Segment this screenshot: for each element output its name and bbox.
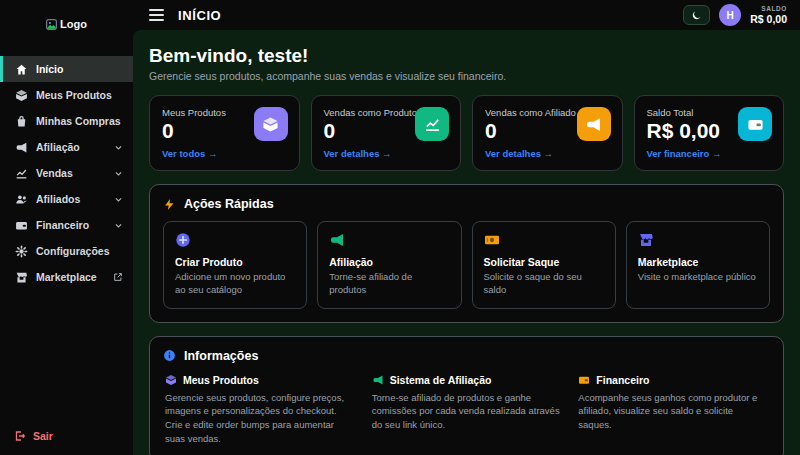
saldo-value: R$ 0,00 — [750, 13, 787, 25]
action-desc: Solicite o saque do seu saldo — [484, 271, 604, 297]
storefront-icon — [15, 271, 28, 284]
sidebar-item-inicio[interactable]: Início — [0, 56, 133, 82]
sidebar-item-configuracoes[interactable]: Configurações — [0, 238, 133, 264]
avatar[interactable]: H — [719, 4, 741, 26]
package-icon — [254, 107, 288, 141]
page-title: INÍCIO — [178, 8, 221, 23]
chevron-down-icon — [114, 169, 123, 178]
chevron-down-icon — [114, 195, 123, 204]
chevron-down-icon — [114, 221, 123, 230]
sidebar-item-marketplace[interactable]: Marketplace — [0, 264, 133, 290]
chevron-down-icon — [114, 143, 123, 152]
sidebar-item-label: Início — [36, 63, 63, 75]
info-header: Informações — [163, 349, 770, 363]
logout-button[interactable]: Sair — [0, 430, 133, 455]
info-grid: Meus Produtos Gerencie seus produtos, co… — [163, 373, 770, 448]
stats-row: Meus Produtos 0 Ver todos → Vendas como … — [149, 95, 784, 171]
stat-card-vendas-afiliado: Vendas como Afiliado 0 Ver detalhes → — [472, 95, 623, 171]
external-link-icon — [113, 272, 123, 282]
wallet-icon — [738, 107, 772, 141]
top-bar: INÍCIO H SALDO R$ 0,00 — [133, 0, 800, 30]
megaphone-icon — [372, 374, 384, 386]
megaphone-icon — [15, 141, 28, 154]
info-item-desc: Torne-se afiliado de produtos e ganhe co… — [372, 391, 562, 432]
info-item-desc: Gerencie seus produtos, configure preços… — [165, 391, 355, 446]
sidebar-item-financeiro[interactable]: Financeiro — [0, 212, 133, 238]
info-panel: Informações Meus Produtos Gerencie seus … — [149, 336, 784, 455]
action-title: Marketplace — [638, 256, 758, 268]
action-title: Criar Produto — [175, 256, 295, 268]
sidebar-item-afiliacao[interactable]: Afiliação — [0, 134, 133, 160]
broken-image-icon — [46, 19, 57, 30]
header-actions: H SALDO R$ 0,00 — [683, 4, 787, 26]
info-item-title: Sistema de Afiliação — [390, 374, 492, 386]
chart-line-icon — [15, 167, 28, 180]
wallet-icon — [578, 374, 590, 386]
sidebar-item-afiliados[interactable]: Afiliados — [0, 186, 133, 212]
home-icon — [15, 63, 28, 76]
info-financeiro: Financeiro Acompanhe seus ganhos como pr… — [578, 374, 768, 446]
logo-text: Logo — [60, 18, 87, 30]
package-icon — [15, 89, 28, 102]
stat-card-meus-produtos: Meus Produtos 0 Ver todos → — [149, 95, 300, 171]
ver-financeiro-link[interactable]: Ver financeiro → — [647, 148, 722, 159]
action-desc: Torne-se afiliado de produtos — [329, 271, 449, 297]
quick-actions-header: Ações Rápidas — [163, 197, 770, 211]
sidebar-nav: Início Meus Produtos Minhas Compras Afil… — [0, 56, 133, 430]
info-sistema-afiliacao: Sistema de Afiliação Torne-se afiliado d… — [372, 374, 562, 446]
moon-icon — [691, 10, 702, 21]
quick-actions-panel: Ações Rápidas Criar Produto Adicione um … — [149, 184, 784, 323]
sidebar-item-label: Minhas Compras — [36, 115, 121, 127]
stat-card-saldo-total: Saldo Total R$ 0,00 Ver financeiro → — [634, 95, 785, 171]
info-meus-produtos: Meus Produtos Gerencie seus produtos, co… — [165, 374, 355, 446]
action-marketplace[interactable]: Marketplace Visite o marketplace público — [626, 221, 770, 309]
action-desc: Visite o marketplace público — [638, 271, 758, 284]
logout-label: Sair — [33, 430, 53, 442]
sidebar-item-label: Afiliados — [36, 193, 80, 205]
ver-todos-link[interactable]: Ver todos → — [162, 148, 217, 159]
storefront-icon — [638, 232, 654, 248]
saldo-display: SALDO R$ 0,00 — [750, 5, 787, 25]
users-icon — [15, 193, 28, 206]
sidebar-item-label: Meus Produtos — [36, 89, 112, 101]
sidebar-item-label: Configurações — [36, 245, 110, 257]
sidebar-item-label: Financeiro — [36, 219, 89, 231]
lightning-icon — [163, 198, 176, 211]
sidebar-item-meus-produtos[interactable]: Meus Produtos — [0, 82, 133, 108]
sidebar-item-vendas[interactable]: Vendas — [0, 160, 133, 186]
welcome-title: Bem-vindo, teste! — [149, 45, 784, 67]
action-criar-produto[interactable]: Criar Produto Adicione um novo produto a… — [163, 221, 307, 309]
megaphone-icon — [329, 232, 345, 248]
action-title: Solicitar Saque — [484, 256, 604, 268]
sidebar-item-label: Vendas — [36, 167, 73, 179]
theme-toggle-button[interactable] — [683, 5, 710, 25]
info-item-desc: Acompanhe seus ganhos como produtor e af… — [578, 391, 768, 432]
action-solicitar-saque[interactable]: Solicitar Saque Solicite o saque do seu … — [472, 221, 616, 309]
info-title: Informações — [184, 349, 258, 363]
welcome-subtitle: Gerencie seus produtos, acompanhe suas v… — [149, 70, 784, 82]
chart-line-icon — [415, 107, 449, 141]
banknote-icon — [484, 232, 500, 248]
megaphone-icon — [577, 107, 611, 141]
sidebar-item-label: Marketplace — [36, 271, 97, 283]
logo[interactable]: Logo — [0, 6, 133, 42]
sidebar-item-minhas-compras[interactable]: Minhas Compras — [0, 108, 133, 134]
package-icon — [165, 374, 177, 386]
gear-icon — [15, 245, 28, 258]
ver-detalhes-link[interactable]: Ver detalhes → — [485, 148, 553, 159]
quick-actions-title: Ações Rápidas — [184, 197, 274, 211]
action-afiliacao[interactable]: Afiliação Torne-se afiliado de produtos — [317, 221, 461, 309]
plus-circle-icon — [175, 232, 191, 248]
action-title: Afiliação — [329, 256, 449, 268]
menu-icon[interactable] — [149, 9, 164, 21]
info-item-title: Financeiro — [596, 374, 649, 386]
action-desc: Adicione um novo produto ao seu catálogo — [175, 271, 295, 297]
quick-actions-grid: Criar Produto Adicione um novo produto a… — [163, 221, 770, 309]
shopping-bag-icon — [15, 115, 28, 128]
info-icon — [163, 349, 176, 362]
sidebar-item-label: Afiliação — [36, 141, 80, 153]
saldo-label: SALDO — [750, 5, 787, 12]
ver-detalhes-link[interactable]: Ver detalhes → — [324, 148, 392, 159]
main-content: Bem-vindo, teste! Gerencie seus produtos… — [133, 30, 800, 455]
info-item-title: Meus Produtos — [183, 374, 259, 386]
